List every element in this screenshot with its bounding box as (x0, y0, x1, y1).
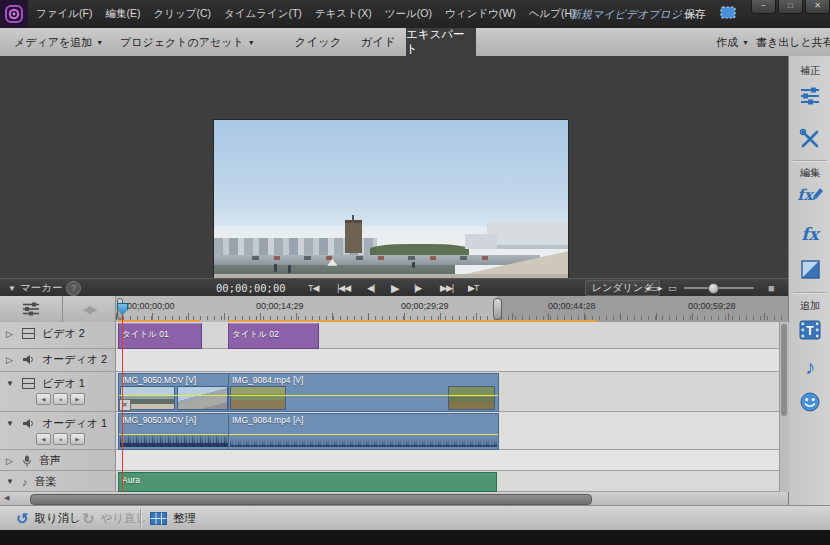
save-button[interactable]: 保存 (684, 7, 706, 22)
clip-img9084-audio[interactable]: IMG_9084.mp4 [A] (228, 413, 499, 450)
volume-rubber-band[interactable] (229, 434, 498, 435)
opacity-rubber-band[interactable] (119, 395, 229, 396)
clip-img9084-video[interactable]: IMG_9084.mp4 [V] (228, 373, 499, 412)
menu-tools[interactable]: ツール(O) (385, 7, 432, 21)
music-button[interactable]: ♪ (789, 356, 830, 379)
next-edit-button[interactable]: ▶T (468, 279, 478, 297)
menu-window[interactable]: ウィンドウ(W) (445, 7, 516, 21)
keyframe-add-button[interactable]: ● (53, 433, 68, 445)
project-assets-button[interactable]: プロジェクトのアセット▼ (120, 28, 255, 56)
clip-title-02[interactable]: タイトル 02 (228, 323, 319, 349)
step-back-button[interactable]: ◀| (367, 279, 374, 297)
play-button[interactable]: ▶ (391, 279, 398, 297)
track-content-audio2[interactable] (116, 349, 788, 371)
ruler-label: 00;00;29;29 (401, 301, 449, 311)
fit-timeline-button[interactable]: ◂▭▸ (645, 279, 663, 297)
close-button[interactable]: ✕ (805, 0, 830, 14)
track-header-video2[interactable]: ▷ ビデオ 2 (0, 322, 116, 348)
zoom-out-button[interactable]: ▭ (668, 279, 677, 297)
zoom-slider-knob[interactable] (708, 283, 719, 294)
keyframe-next-button[interactable]: ▶ (70, 393, 85, 405)
track-content-narration[interactable] (116, 450, 788, 470)
timeline-ruler[interactable]: 00;00;00;00 00;00;14;29 00;00;29;29 00;0… (116, 296, 788, 323)
clip-music-aura[interactable]: Aura (118, 472, 497, 492)
title-filmstrip-icon: T (799, 320, 821, 340)
organize-button[interactable]: 整理 (150, 506, 196, 531)
clip-img9050-audio[interactable]: IMG_9050.MOV [A] (118, 413, 230, 450)
track-header-narration[interactable]: ▷ 音声 (0, 450, 116, 470)
pencil-icon (811, 187, 823, 203)
add-marker-button[interactable]: ? (66, 281, 81, 296)
graphics-button[interactable] (789, 392, 830, 412)
timeline-horizontal-scrollbar[interactable]: ◀ (0, 492, 788, 506)
create-button[interactable]: 作成▼ (716, 28, 749, 56)
export-share-button[interactable]: 書き出しと共有 (756, 28, 830, 56)
volume-rubber-band[interactable] (119, 434, 229, 435)
opacity-rubber-band[interactable] (229, 395, 498, 396)
tab-expert[interactable]: エキスパート (406, 28, 476, 56)
expand-toggle-icon[interactable]: ▷ (6, 456, 15, 466)
scrollbar-thumb[interactable] (30, 494, 592, 505)
collapse-toggle-icon[interactable]: ▼ (6, 477, 15, 486)
effects-button[interactable]: fx (789, 224, 830, 244)
keyframe-nav-buttons: ◀ ● ▶ (36, 433, 85, 445)
scrollbar-thumb[interactable] (781, 324, 787, 416)
monitor-panel: おさんぽ日和 (0, 56, 788, 278)
undo-button[interactable]: ↺ 取り消し (16, 506, 81, 531)
bottom-toolbar: ↺ 取り消し ↻ やり直し 整理 (0, 505, 830, 531)
music-note-icon: ♪ (805, 356, 815, 379)
previous-edit-button[interactable]: T◀ (308, 279, 318, 297)
adjust-button[interactable] (789, 86, 830, 106)
titles-text-button[interactable]: T (789, 320, 830, 340)
expand-toggle-icon[interactable]: ▷ (6, 355, 15, 365)
menu-text[interactable]: テキスト(X) (315, 7, 372, 21)
transitions-button[interactable] (789, 260, 830, 279)
clip-img9050-video[interactable]: IMG_9050.MOV [V] (118, 373, 230, 412)
music-note-icon: ♪ (22, 476, 28, 488)
keyframe-add-button[interactable]: ● (53, 393, 68, 405)
menu-file[interactable]: ファイル(F) (36, 7, 92, 21)
add-media-button[interactable]: メディアを追加▼ (14, 28, 103, 56)
collapse-toggle-icon[interactable]: ▼ (6, 419, 15, 428)
monitor-icon[interactable] (719, 6, 737, 24)
smiley-icon (800, 392, 820, 412)
clip-title-01[interactable]: タイトル 01 (118, 323, 202, 349)
keyframe-next-button[interactable]: ▶ (70, 433, 85, 445)
track-header-music[interactable]: ▼ ♪ 音楽 (0, 471, 116, 491)
track-content-video2[interactable] (116, 322, 788, 348)
keyframe-prev-button[interactable]: ◀ (36, 393, 51, 405)
section-label-add: 追加 (789, 299, 830, 313)
track-header-audio1[interactable]: ▼ オーディオ 1 ◀ ● ▶ (0, 412, 116, 449)
scroll-left-arrow[interactable]: ◀ (4, 494, 9, 502)
menu-clip[interactable]: クリップ(C) (153, 7, 211, 21)
step-forward-button[interactable]: |▶ (414, 279, 421, 297)
effects-edit-button[interactable]: fx (789, 186, 830, 204)
applied-effects-button[interactable] (789, 128, 830, 150)
collapse-toggle-icon[interactable]: ▼ (6, 379, 15, 388)
default-transition-handle[interactable]: ◀▶ (63, 296, 116, 323)
tab-guided[interactable]: ガイド (356, 28, 400, 56)
redo-button[interactable]: ↻ やり直し (82, 506, 147, 531)
track-header-video1[interactable]: ▼ ビデオ 1 ◀ ● ▶ (0, 372, 116, 411)
minimize-button[interactable]: − (751, 0, 776, 14)
timeline-vertical-scrollbar[interactable] (779, 322, 789, 492)
menu-edit[interactable]: 編集(E) (105, 7, 140, 21)
track-settings-button[interactable] (0, 296, 63, 323)
track-header-audio2[interactable]: ▷ オーディオ 2 (0, 349, 116, 371)
expand-toggle-icon[interactable]: ▷ (6, 329, 15, 339)
go-to-start-button[interactable]: |◀◀ (337, 279, 350, 297)
work-area-end-handle[interactable] (493, 298, 502, 320)
marker-menu[interactable]: ▼ マーカー ▼ (8, 279, 73, 297)
zoom-in-button[interactable]: ■ (768, 279, 775, 297)
shuttle-forward-button[interactable]: ▶▶| (440, 279, 453, 297)
menu-timeline[interactable]: タイムライン(T) (224, 7, 302, 21)
keyframe-prev-button[interactable]: ◀ (36, 433, 51, 445)
ruler-label: 00;00;00;00 (127, 301, 175, 311)
current-timecode: 00;00;00;00 (216, 279, 286, 297)
maximize-button[interactable]: □ (778, 0, 803, 14)
ruler-label: 00;00;59;28 (688, 301, 736, 311)
menu-help[interactable]: ヘルプ(H) (529, 7, 576, 21)
timeline-zoom-slider[interactable] (684, 279, 754, 297)
tab-quick[interactable]: クイック (290, 28, 346, 56)
menu-items: ファイル(F) 編集(E) クリップ(C) タイムライン(T) テキスト(X) … (36, 0, 575, 28)
